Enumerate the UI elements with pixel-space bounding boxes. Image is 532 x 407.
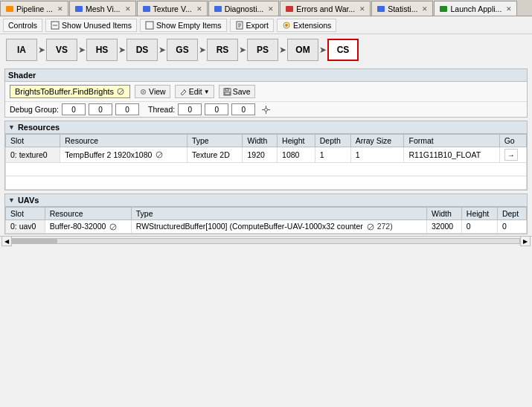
row-resource: TempBuffer 2 1920x1080	[60, 147, 188, 163]
scrollbar-thumb[interactable]	[13, 239, 57, 243]
uav-row-type: RWStructuredBuffer[1000] (ComputeBuffer-…	[131, 220, 426, 234]
resources-body: Slot Resource Type Width Height Depth Ar…	[5, 134, 527, 190]
resources-section-header[interactable]: ▼ Resources	[5, 121, 527, 134]
uav-col-width: Width	[426, 208, 461, 220]
svg-rect-6	[440, 6, 447, 12]
show-unused-icon	[51, 21, 60, 30]
empty-row-2	[6, 176, 527, 190]
export-button[interactable]: Export	[230, 19, 274, 32]
row-width: 1920	[243, 147, 278, 163]
tab-close-texturev[interactable]: ✕	[196, 5, 202, 13]
svg-line-34	[369, 225, 373, 229]
tab-close-launchappli[interactable]: ✕	[506, 5, 512, 13]
stage-gs[interactable]: GS	[167, 39, 198, 61]
arrow-4: ➤	[158, 45, 166, 55]
tab-close-statisti[interactable]: ✕	[422, 5, 428, 13]
shader-section-header: Shader	[5, 69, 527, 82]
extensions-icon	[282, 21, 291, 30]
shader-name-row: BrightsToBuffer.FindBrights View Edit ▼ …	[5, 82, 527, 102]
arrow-5: ➤	[199, 45, 206, 55]
uav-table-row: 0: uav0 Buffer-80-32000 RWStructuredBuff…	[6, 220, 527, 234]
arrow-3: ➤	[118, 45, 126, 55]
resources-collapse-icon: ▼	[8, 124, 15, 131]
svg-point-15	[285, 24, 288, 27]
stage-rs[interactable]: RS	[207, 39, 238, 61]
uavs-body: Slot Resource Type Width Height Dept 0: …	[5, 207, 527, 234]
uavs-collapse-icon: ▼	[8, 196, 15, 204]
uav-col-slot: Slot	[6, 208, 45, 220]
extensions-button[interactable]: Extensions	[277, 19, 336, 32]
svg-point-29	[156, 152, 162, 158]
uav-row-resource: Buffer-80-32000	[45, 220, 131, 234]
shader-name-box: BrightsToBuffer.FindBrights	[10, 85, 130, 98]
table-row: 0: texture0 TempBuffer 2 1920x1080 Textu…	[6, 147, 527, 163]
svg-rect-5	[377, 6, 385, 12]
tab-close-errorswarn[interactable]: ✕	[359, 5, 365, 13]
view-button[interactable]: View	[135, 85, 170, 98]
tab-texturev[interactable]: Texture V... ✕	[137, 1, 208, 16]
tab-bar: Pipeline ... ✕ Mesh Vi... ✕ Texture V...…	[0, 0, 532, 16]
uav-row-height: 0	[461, 220, 497, 234]
svg-rect-23	[225, 92, 230, 94]
tab-close-meshvi[interactable]: ✕	[125, 5, 131, 13]
stage-ia[interactable]: IA	[6, 39, 37, 61]
uav-resource-link-icon	[109, 223, 118, 231]
resource-link-icon	[156, 151, 164, 159]
stage-om[interactable]: OM	[287, 39, 318, 61]
svg-rect-3	[214, 6, 222, 12]
tab-pipeline[interactable]: Pipeline ... ✕	[0, 1, 68, 16]
stage-ps[interactable]: PS	[247, 39, 278, 61]
debug-spinbox-2[interactable]: 0	[89, 103, 112, 115]
svg-rect-22	[225, 89, 228, 91]
uav-row-slot: 0: uav0	[6, 220, 45, 234]
uavs-section-header[interactable]: ▼ UAVs	[5, 194, 527, 207]
col-resource: Resource	[60, 135, 188, 147]
stage-ds[interactable]: DS	[126, 39, 158, 61]
horizontal-scrollbar[interactable]: ◀ ▶	[0, 236, 532, 246]
main-content: Controls Show Unused Items Show Empty It…	[0, 16, 532, 407]
svg-point-19	[143, 91, 144, 92]
arrow-7: ➤	[279, 45, 286, 55]
row-format: R11G11B10_FLOAT	[404, 147, 499, 163]
export-icon	[235, 21, 244, 30]
settings-icon[interactable]	[261, 105, 271, 115]
uav-col-resource: Resource	[45, 208, 131, 220]
edit-button[interactable]: Edit ▼	[175, 85, 214, 98]
tab-errorswarn[interactable]: Errors and War... ✕	[280, 1, 371, 16]
thread-spinbox-2[interactable]: 0	[205, 103, 228, 115]
col-type: Type	[187, 135, 243, 147]
scroll-left-button[interactable]: ◀	[1, 236, 12, 246]
empty-row-1	[6, 163, 527, 176]
tab-close-pipeline[interactable]: ✕	[57, 5, 63, 13]
stage-cs[interactable]: CS	[327, 39, 359, 61]
debug-row: Debug Group: 0 0 0 Thread: 0 0 0	[5, 102, 527, 117]
thread-spinbox-3[interactable]: 0	[231, 103, 255, 115]
col-height: Height	[278, 135, 315, 147]
show-empty-icon	[145, 21, 154, 30]
uav-col-depth: Dept	[497, 208, 526, 220]
thread-spinbox-1[interactable]: 0	[178, 103, 202, 115]
show-empty-button[interactable]: Show Empty Items	[140, 19, 227, 32]
shader-section: Shader BrightsToBuffer.FindBrights View …	[4, 68, 528, 118]
scrollbar-track[interactable]	[12, 238, 520, 244]
controls-button[interactable]: Controls	[3, 19, 42, 32]
stage-hs[interactable]: HS	[86, 39, 118, 61]
scroll-right-button[interactable]: ▶	[520, 236, 531, 246]
go-button[interactable]: →	[504, 149, 518, 161]
stage-vs[interactable]: VS	[46, 39, 77, 61]
show-unused-button[interactable]: Show Unused Items	[45, 19, 137, 32]
col-width: Width	[243, 135, 278, 147]
tab-meshvi[interactable]: Mesh Vi... ✕	[69, 1, 136, 16]
resources-section: ▼ Resources Slot Resource Type Width Hei…	[4, 121, 528, 190]
debug-spinbox-1[interactable]: 0	[62, 103, 86, 115]
svg-line-30	[158, 153, 161, 157]
save-button[interactable]: Save	[219, 85, 255, 98]
row-go[interactable]: →	[499, 147, 526, 163]
tab-statisti[interactable]: Statisti... ✕	[371, 1, 433, 16]
tab-diagnosti[interactable]: Diagnosti... ✕	[208, 1, 280, 16]
tab-close-diagnosti[interactable]: ✕	[268, 5, 274, 13]
debug-spinbox-3[interactable]: 0	[115, 103, 139, 115]
edit-dropdown-arrow[interactable]: ▼	[204, 89, 210, 95]
tab-launchappli[interactable]: Launch Appli... ✕	[434, 1, 517, 16]
arrow-1: ➤	[38, 45, 45, 55]
